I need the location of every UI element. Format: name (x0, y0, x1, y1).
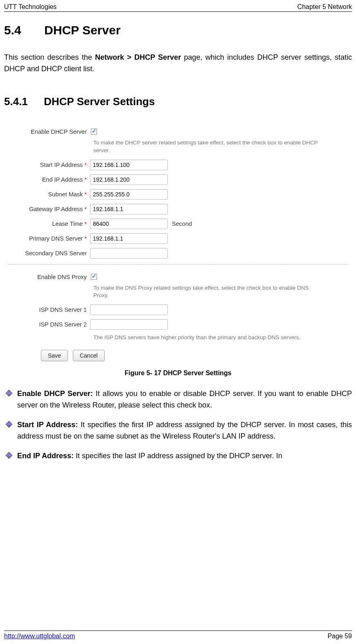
footer-rule (4, 630, 352, 631)
bullet-body: It specifies the last IP address assigne… (74, 452, 282, 460)
bullet-text: Start IP Address: It specifies the first… (17, 419, 352, 442)
button-row: Save Cancel (41, 350, 348, 361)
row-start-ip: Start IP Address* (8, 160, 348, 170)
footer-row: http://www.uttglobal.com Page 59 (4, 633, 352, 640)
input-start-ip[interactable] (90, 160, 168, 170)
diamond-icon (6, 390, 13, 397)
required-icon: * (83, 176, 87, 183)
input-primary-dns[interactable] (90, 233, 168, 244)
help-enable-dns-proxy: To make the DNS Proxy related settings t… (93, 284, 322, 300)
input-gateway[interactable] (90, 204, 168, 214)
required-icon: * (83, 191, 87, 198)
label-secondary-dns: Secondary DNS Server (8, 250, 90, 257)
save-button[interactable]: Save (41, 350, 68, 361)
top-header: UTT Technologies Chapter 5 Network (4, 0, 352, 11)
bullet-text: End IP Address: It specifies the last IP… (17, 450, 282, 462)
lease-unit: Second (172, 221, 192, 227)
label-enable-dns-proxy: Enable DNS Proxy (8, 274, 90, 280)
cancel-button[interactable]: Cancel (73, 350, 105, 361)
intro-bold: Network > DHCP Server (95, 53, 181, 61)
row-subnet: Subnet Mask* (8, 189, 348, 200)
header-right: Chapter 5 Network (297, 3, 352, 11)
subsection-title: DHCP Server Settings (44, 95, 155, 108)
row-isp-dns2: ISP DNS Server 2 (8, 319, 348, 330)
header-left: UTT Technologies (4, 3, 56, 11)
required-icon: * (83, 206, 87, 212)
diamond-icon (6, 421, 13, 428)
label-enable-dhcp: Enable DHCP Server (8, 128, 90, 135)
header-rule (4, 11, 352, 12)
subsection-heading: 5.4.1 DHCP Server Settings (4, 95, 352, 108)
page-number: Page 59 (327, 633, 352, 640)
row-enable-dhcp: Enable DHCP Server (8, 128, 348, 135)
required-icon: * (83, 235, 87, 242)
label-gateway: Gateway IP Address* (8, 206, 90, 212)
footer: http://www.uttglobal.com Page 59 (4, 630, 352, 640)
row-gateway: Gateway IP Address* (8, 204, 348, 214)
row-primary-dns: Primary DNS Server* (8, 233, 348, 244)
intro-paragraph: This section describes the Network > DHC… (4, 52, 352, 75)
bullet-bold: Start IP Address: (17, 421, 78, 429)
required-icon: * (83, 221, 87, 227)
label-start-ip: Start IP Address* (8, 162, 90, 168)
required-icon: * (83, 162, 87, 168)
row-end-ip: End IP Address* (8, 174, 348, 185)
checkbox-enable-dhcp[interactable] (91, 128, 97, 135)
label-isp-dns2: ISP DNS Server 2 (8, 321, 90, 328)
section-heading: 5.4 DHCP Server (4, 23, 352, 37)
intro-pre: This section describes the (4, 53, 95, 61)
label-subnet: Subnet Mask* (8, 191, 90, 198)
row-enable-dns-proxy: Enable DNS Proxy (8, 274, 348, 280)
bullet-bold: Enable DHCP Server: (17, 390, 93, 398)
label-isp-dns1: ISP DNS Server 1 (8, 306, 90, 313)
figure-caption: Figure 5- 17 DHCP Server Settings (4, 369, 352, 377)
isp-note: The ISP DNS servers have higher priority… (93, 334, 322, 342)
label-primary-dns: Primary DNS Server* (8, 235, 90, 242)
bullet-item: Start IP Address: It specifies the first… (7, 419, 352, 442)
row-lease: Lease Time* Second (8, 218, 348, 229)
input-end-ip[interactable] (90, 174, 168, 185)
row-isp-dns1: ISP DNS Server 1 (8, 304, 348, 315)
label-lease: Lease Time* (8, 221, 90, 227)
row-secondary-dns: Secondary DNS Server (8, 248, 348, 259)
section-number: 5.4 (4, 23, 41, 37)
dhcp-settings-form: Enable DHCP Server To make the DHCP serv… (8, 128, 348, 361)
checkbox-enable-dns-proxy[interactable] (91, 274, 97, 280)
input-subnet[interactable] (90, 189, 168, 200)
input-isp-dns2[interactable] (90, 319, 168, 330)
bullet-bold: End IP Address: (17, 452, 74, 460)
input-secondary-dns[interactable] (90, 248, 168, 259)
bullet-text: Enable DHCP Server: It allows you to ena… (17, 388, 352, 411)
input-lease[interactable] (90, 218, 168, 229)
footer-link[interactable]: http://www.uttglobal.com (4, 633, 75, 640)
help-enable-dhcp: To make the DHCP server related settings… (93, 139, 322, 155)
bullet-item: Enable DHCP Server: It allows you to ena… (7, 388, 352, 411)
diamond-icon (6, 452, 13, 459)
section-separator (8, 264, 348, 265)
subsection-number: 5.4.1 (4, 95, 41, 108)
section-title: DHCP Server (44, 23, 120, 37)
bullet-list: Enable DHCP Server: It allows you to ena… (7, 388, 352, 462)
bullet-item: End IP Address: It specifies the last IP… (7, 450, 352, 462)
input-isp-dns1[interactable] (90, 304, 168, 315)
label-end-ip: End IP Address* (8, 176, 90, 183)
